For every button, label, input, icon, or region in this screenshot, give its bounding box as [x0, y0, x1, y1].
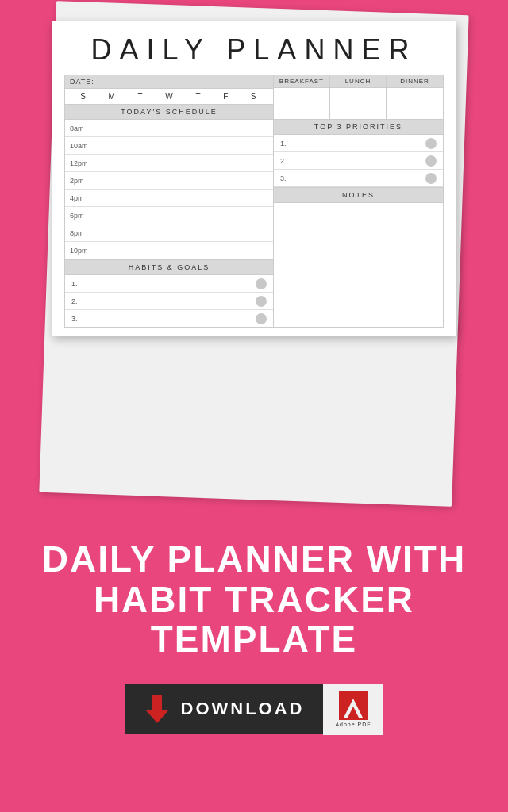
days-row: S M T W T F S: [65, 89, 273, 105]
planner-page: DAILY PLANNER DATE: S M T W T F S TODAY'…: [52, 21, 456, 336]
day-t1: T: [138, 92, 144, 101]
date-label: DATE:: [65, 75, 273, 89]
right-column: BREAKFAST LUNCH DINNER TOP 3 PRIORITIES …: [273, 75, 444, 328]
planner-title: DAILY PLANNER: [64, 33, 444, 67]
promo-line1: DAILY PLANNER WITH: [42, 538, 466, 580]
download-label: DOWNLOAD: [181, 699, 305, 719]
day-s1: S: [80, 92, 87, 101]
download-area[interactable]: DOWNLOAD Adobe PDF: [125, 684, 383, 735]
habit-1-circle: [256, 278, 267, 289]
time-10pm: 10pm: [65, 242, 273, 259]
dinner-header: DINNER: [387, 75, 443, 87]
day-f: F: [223, 92, 229, 101]
priority-3-circle: [425, 173, 437, 184]
lunch-header: LUNCH: [330, 75, 387, 87]
breakfast-cell: [274, 88, 330, 119]
habits-section: HABITS & GOALS 1. 2. 3.: [65, 259, 273, 327]
arrow-head: [146, 710, 168, 723]
priority-2-circle: [425, 155, 437, 167]
habits-header: HABITS & GOALS: [65, 260, 273, 275]
promo-line2: HABIT TRACKER: [94, 579, 414, 620]
habit-3: 3.: [65, 310, 273, 327]
notes-header: NOTES: [274, 187, 443, 203]
time-2pm: 2pm: [65, 172, 273, 190]
priority-2: 2.: [274, 152, 443, 170]
time-8am: 8am: [65, 120, 273, 137]
adobe-icon: [339, 691, 368, 720]
adobe-badge: Adobe PDF: [323, 684, 383, 735]
meals-body: [274, 88, 443, 120]
priority-3: 3.: [274, 170, 443, 187]
day-s2: S: [251, 92, 258, 101]
download-arrow-icon: [144, 693, 170, 725]
day-m: M: [109, 92, 117, 101]
promo-title: DAILY PLANNER WITH HABIT TRACKER TEMPLAT…: [42, 539, 466, 660]
top-section: DAILY PLANNER DATE: S M T W T F S TODAY'…: [0, 0, 508, 523]
priority-1-circle: [425, 138, 437, 149]
breakfast-header: BREAKFAST: [274, 75, 330, 87]
bottom-section: DAILY PLANNER WITH HABIT TRACKER TEMPLAT…: [0, 523, 508, 812]
habit-2: 2.: [65, 293, 273, 310]
time-12pm: 12pm: [65, 155, 273, 172]
meals-header-row: BREAKFAST LUNCH DINNER: [274, 75, 443, 88]
time-4pm: 4pm: [65, 190, 273, 207]
lunch-cell: [330, 88, 387, 119]
dinner-cell: [387, 88, 443, 119]
day-t2: T: [195, 92, 202, 101]
time-10am: 10am: [65, 137, 273, 155]
priorities-header: TOP 3 PRIORITIES: [274, 120, 443, 135]
left-column: DATE: S M T W T F S TODAY'S SCHEDULE 8am…: [64, 75, 273, 328]
habit-3-circle: [256, 313, 267, 324]
day-w: W: [165, 92, 174, 101]
time-8pm: 8pm: [65, 224, 273, 242]
adobe-label: Adobe PDF: [335, 722, 371, 727]
habit-2-circle: [256, 296, 267, 307]
promo-line3: TEMPLATE: [151, 619, 357, 660]
notes-body: [274, 203, 443, 327]
schedule-header: TODAY'S SCHEDULE: [65, 105, 273, 120]
time-6pm: 6pm: [65, 207, 273, 224]
arrow-body: [152, 695, 162, 710]
download-button[interactable]: DOWNLOAD: [125, 684, 324, 734]
planner-body: DATE: S M T W T F S TODAY'S SCHEDULE 8am…: [64, 75, 444, 328]
habit-1: 1.: [65, 275, 273, 293]
priority-1: 1.: [274, 135, 443, 152]
